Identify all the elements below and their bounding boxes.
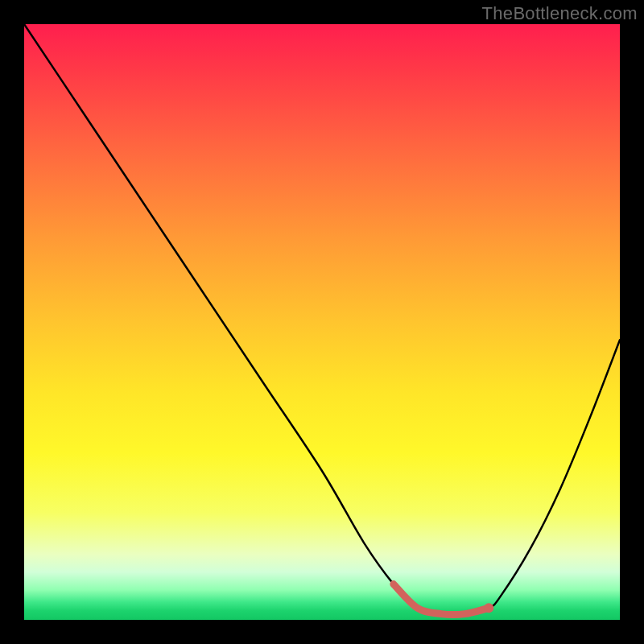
optimal-range-segment	[394, 584, 489, 615]
bottleneck-curve	[24, 24, 620, 615]
chart-container: TheBottleneck.com	[0, 0, 644, 644]
curve-svg	[24, 24, 620, 620]
optimal-point-marker	[484, 603, 493, 613]
plot-area	[24, 24, 620, 620]
watermark-text: TheBottleneck.com	[482, 3, 638, 24]
